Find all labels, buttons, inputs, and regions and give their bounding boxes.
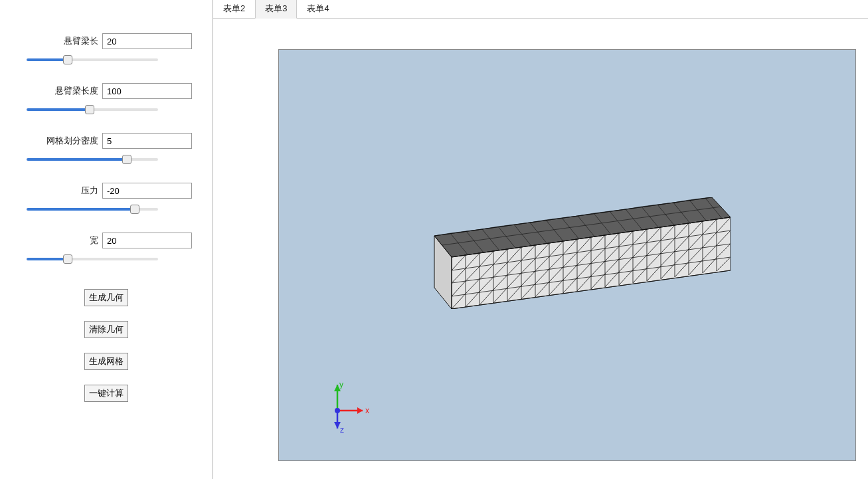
viewport-area: x y z	[213, 19, 868, 479]
generate-mesh-button[interactable]: 生成网格	[84, 353, 128, 370]
width-input[interactable]	[102, 233, 192, 248]
width-slider[interactable]	[27, 258, 158, 260]
beam-length-slider[interactable]	[27, 58, 158, 61]
param-mesh-density: 网格划分密度	[20, 133, 192, 163]
generate-geometry-button[interactable]: 生成几何	[84, 289, 128, 306]
pressure-input[interactable]	[102, 183, 192, 199]
param-label: 悬臂梁长	[64, 35, 98, 47]
svg-marker-18	[357, 407, 363, 414]
one-click-calc-button[interactable]: 一键计算	[84, 385, 128, 402]
param-width: 宽	[20, 233, 192, 262]
beam-longlen-slider[interactable]	[27, 108, 158, 111]
svg-text:y: y	[339, 381, 343, 389]
param-pressure: 压力	[20, 183, 192, 213]
param-beam-longlen: 悬臂梁长度	[20, 83, 192, 113]
sidebar: 悬臂梁长 悬臂梁长度 网格划分密度 压力	[0, 0, 213, 479]
tab-form2[interactable]: 表单2	[213, 0, 255, 18]
beam-longlen-input[interactable]	[102, 83, 192, 99]
svg-text:z: z	[340, 425, 344, 434]
param-label: 悬臂梁长度	[55, 85, 98, 97]
mesh-geometry	[426, 197, 731, 309]
viewport-3d[interactable]: x y z	[278, 49, 856, 461]
pressure-slider[interactable]	[27, 208, 158, 211]
param-label: 网格划分密度	[46, 135, 98, 147]
param-label: 宽	[90, 235, 98, 246]
viewport-toolbar: x y z	[279, 49, 450, 50]
mesh-density-slider[interactable]	[27, 158, 158, 161]
svg-text:x: x	[365, 406, 369, 415]
mesh-density-input[interactable]	[102, 133, 192, 149]
param-beam-length: 悬臂梁长	[20, 33, 192, 63]
svg-point-26	[335, 408, 340, 413]
clear-geometry-button[interactable]: 清除几何	[84, 321, 128, 338]
tab-form3[interactable]: 表单3	[255, 0, 297, 19]
main: 表单2 表单3 表单4	[213, 0, 868, 479]
param-label: 压力	[81, 185, 98, 197]
tabs: 表单2 表单3 表单4	[213, 0, 868, 19]
tab-form4[interactable]: 表单4	[297, 0, 339, 18]
beam-length-input[interactable]	[102, 33, 192, 49]
axes-indicator: x y z	[317, 381, 377, 440]
